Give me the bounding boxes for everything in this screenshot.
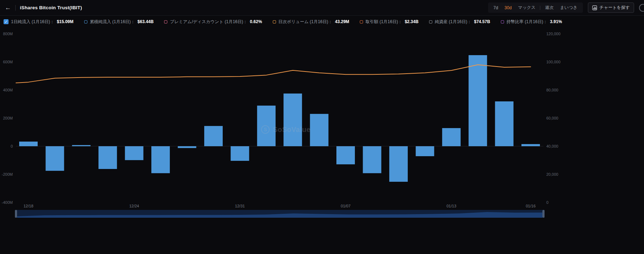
svg-text:40,000: 40,000 — [546, 144, 558, 148]
range-max-button[interactable]: マックス — [515, 4, 539, 11]
legend-value: $63.44B — [137, 19, 153, 24]
legend-label: 累積純流入 (1月16日)： — [90, 19, 135, 25]
legend-item-holding-ratio[interactable]: 持幣比率 (1月16日)： 3.91% — [501, 19, 562, 25]
svg-text:0: 0 — [546, 200, 548, 205]
range-navigator[interactable] — [0, 210, 644, 218]
legend-item-premium-discount[interactable]: プレミアム/ディスカウント (1月16日)： 0.62% — [164, 19, 262, 25]
svg-text:20,000: 20,000 — [546, 172, 558, 176]
legend-value: 43.29M — [335, 19, 349, 24]
legend-label: 1日純流入 (1月16日)： — [11, 19, 54, 25]
svg-text:01/07: 01/07 — [341, 204, 351, 208]
legend-label: 持幣比率 (1月16日)： — [507, 19, 547, 25]
legend-label: プレミアム/ディスカウント (1月16日)： — [170, 19, 247, 25]
checkbox-unchecked-icon[interactable] — [273, 20, 276, 23]
range-7d-button[interactable]: 7d — [490, 5, 501, 11]
top-bar: ← iShares Bitcoin Trust(IBIT) 7d 30d マック… — [0, 0, 644, 16]
explore-charts-label: チャートを探す — [600, 5, 630, 11]
checkbox-unchecked-icon[interactable] — [164, 20, 167, 23]
legend-value: $15.09M — [57, 19, 74, 24]
svg-text:200M: 200M — [3, 116, 13, 120]
main-chart[interactable]: 800M600M400M200M0-200M-400M120,000100,00… — [0, 28, 644, 208]
frequency-monthly-button[interactable]: まいつき — [557, 4, 580, 11]
checkbox-unchecked-icon[interactable] — [84, 20, 87, 23]
svg-text:12/24: 12/24 — [129, 204, 139, 208]
explore-charts-button[interactable]: チャートを探す — [588, 2, 634, 13]
svg-text:800M: 800M — [3, 32, 13, 36]
svg-text:-400M: -400M — [2, 200, 13, 205]
separator — [540, 6, 540, 10]
legend-value: 0.62% — [250, 19, 262, 24]
checkbox-unchecked-icon[interactable] — [360, 20, 363, 23]
svg-text:60,000: 60,000 — [546, 116, 558, 120]
legend-label: 純資産 (1月16日)： — [435, 19, 471, 25]
chart-area: 800M600M400M200M0-200M-400M120,000100,00… — [0, 28, 644, 208]
divider — [15, 5, 16, 11]
legend-item-daily-volume[interactable]: 日次ボリューム (1月16日)： 43.29M — [273, 19, 350, 25]
svg-text:12/18: 12/18 — [23, 204, 33, 208]
back-arrow-icon[interactable]: ← — [5, 5, 11, 11]
legend-label: 日次ボリューム (1月16日)： — [278, 19, 332, 25]
svg-text:0: 0 — [11, 144, 13, 148]
legend-item-cumulative-net-inflow[interactable]: 累積純流入 (1月16日)： $63.44B — [84, 19, 154, 25]
svg-text:12/31: 12/31 — [235, 204, 245, 208]
range-switcher: 7d 30d マックス 週次 まいつき — [488, 2, 583, 13]
legend-item-net-assets[interactable]: 純資産 (1月16日)： $74.57B — [429, 19, 490, 25]
legend-item-daily-net-inflow[interactable]: ✓ 1日純流入 (1月16日)： $15.09M — [4, 19, 74, 25]
svg-text:01/13: 01/13 — [447, 204, 456, 208]
svg-text:01/16: 01/16 — [526, 204, 536, 208]
frequency-weekly-button[interactable]: 週次 — [542, 4, 557, 11]
svg-text:-200M: -200M — [2, 172, 13, 176]
svg-text:600M: 600M — [3, 60, 13, 64]
legend-value: $2.34B — [405, 19, 418, 24]
checkbox-checked-icon[interactable]: ✓ — [4, 19, 9, 24]
checkbox-unchecked-icon[interactable] — [429, 20, 432, 23]
legend-value: 3.91% — [550, 19, 562, 24]
svg-text:120,000: 120,000 — [546, 32, 561, 36]
svg-text:400M: 400M — [3, 88, 13, 92]
legend-value: $74.57B — [474, 19, 490, 24]
navigator-right-handle[interactable] — [542, 210, 545, 218]
app-root: { "header": { "title": "iShares Bitcoin … — [0, 0, 644, 254]
legend-item-traded-value[interactable]: 取引額 (1月16日)： $2.34B — [360, 19, 418, 25]
legend-bar: ✓ 1日純流入 (1月16日)： $15.09M 累積純流入 (1月16日)： … — [0, 17, 644, 26]
range-30d-button[interactable]: 30d — [501, 5, 515, 11]
svg-text:100,000: 100,000 — [546, 60, 561, 64]
svg-text:80,000: 80,000 — [546, 88, 558, 92]
navigator-track[interactable] — [0, 210, 644, 218]
chart-grid-icon — [592, 5, 597, 10]
page-title: iShares Bitcoin Trust(IBIT) — [20, 5, 82, 10]
checkbox-unchecked-icon[interactable] — [501, 20, 504, 23]
legend-label: 取引額 (1月16日)： — [366, 19, 402, 25]
edge-partial-icon[interactable] — [639, 4, 644, 12]
navigator-left-handle[interactable] — [15, 210, 17, 218]
